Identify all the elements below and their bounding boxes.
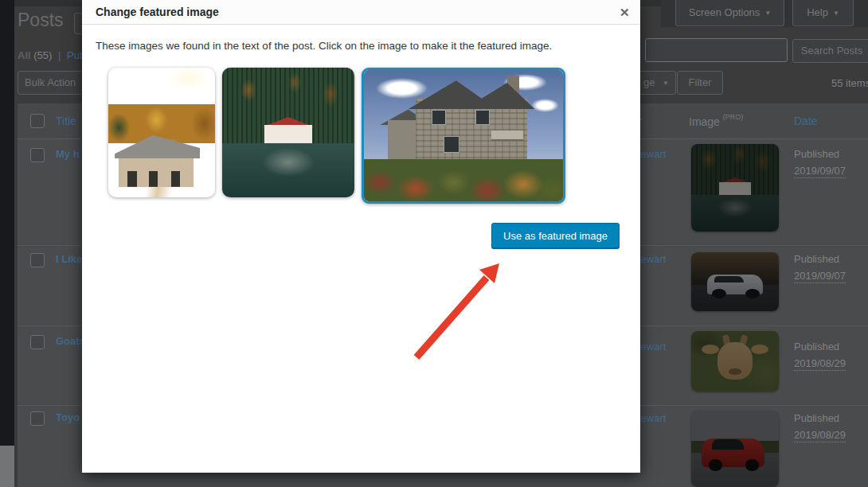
- all-count: (55): [33, 49, 52, 61]
- post-status: Published: [794, 412, 839, 424]
- chevron-down-icon: ▼: [833, 10, 839, 17]
- admin-menu-strip-footer: [0, 446, 14, 487]
- row-checkbox[interactable]: [30, 148, 45, 162]
- row-checkbox[interactable]: [30, 411, 45, 426]
- use-as-featured-image-button[interactable]: Use as featured image: [491, 223, 620, 248]
- post-title-link[interactable]: My h: [56, 148, 80, 160]
- post-status: Published: [794, 148, 839, 160]
- post-status: Published: [794, 341, 839, 353]
- admin-menu-strip: [0, 0, 14, 446]
- filter-button[interactable]: Filter: [677, 71, 723, 95]
- separator: |: [58, 49, 61, 61]
- chevron-down-icon: ▼: [764, 10, 771, 17]
- search-input[interactable]: [645, 38, 788, 62]
- post-title-link[interactable]: Toyo: [56, 411, 80, 423]
- column-header-date[interactable]: Date: [794, 115, 818, 127]
- author-link[interactable]: tewart: [638, 148, 666, 160]
- silver-suv-thumb: [691, 252, 779, 311]
- column-header-image: Image (PRO): [689, 115, 743, 128]
- red-sports-car-thumb: [691, 411, 779, 487]
- row-checkbox[interactable]: [30, 253, 45, 267]
- post-status-filters: All (55) | Pub: [18, 49, 85, 61]
- author-link[interactable]: tewart: [638, 412, 666, 424]
- page-title: Posts: [18, 10, 64, 31]
- post-title-link[interactable]: Goats: [56, 335, 85, 347]
- row-checkbox[interactable]: [30, 335, 45, 349]
- post-status: Published: [794, 253, 839, 265]
- chevron-down-icon: ▼: [663, 80, 669, 87]
- search-posts-button[interactable]: Search Posts: [792, 39, 868, 63]
- pro-badge: (PRO): [723, 113, 744, 121]
- screen-options-label: Screen Options: [689, 6, 760, 18]
- post-date: 2019/09/07: [794, 165, 846, 178]
- image-filter-label: ge: [643, 76, 655, 88]
- modal-title: Change featured image: [96, 0, 219, 24]
- screen-options-button[interactable]: Screen Options▼: [675, 0, 784, 26]
- lake-house-thumb: [691, 144, 779, 232]
- close-icon[interactable]: ✕: [615, 2, 634, 21]
- post-date: 2019/08/29: [794, 357, 846, 371]
- post-date: 2019/08/29: [794, 429, 846, 442]
- select-all-checkbox[interactable]: [30, 114, 45, 128]
- goat-thumb: [691, 331, 779, 392]
- post-title-link[interactable]: I Like: [56, 253, 82, 265]
- author-link[interactable]: tewart: [638, 253, 666, 265]
- author-link[interactable]: tewart: [638, 341, 666, 353]
- candidate-image-stone-house-selected[interactable]: [362, 68, 565, 204]
- help-button[interactable]: Help▼: [792, 0, 854, 26]
- filter-all-link[interactable]: All: [18, 49, 31, 61]
- items-count: 55 items: [831, 77, 868, 89]
- wordpress-posts-screen: Posts A Screen Options▼ Help▼ All (55) |…: [0, 0, 868, 487]
- modal-description: These images we found in the text of the…: [96, 40, 621, 52]
- change-featured-image-modal: Change featured image ✕ These images we …: [82, 0, 640, 473]
- candidate-image-lake-house[interactable]: [222, 68, 354, 197]
- column-header-title[interactable]: Title: [56, 115, 76, 127]
- help-label: Help: [807, 6, 828, 18]
- image-header-label: Image: [689, 115, 720, 128]
- post-date: 2019/09/07: [794, 270, 846, 283]
- candidate-image-autumn-house[interactable]: [108, 68, 215, 197]
